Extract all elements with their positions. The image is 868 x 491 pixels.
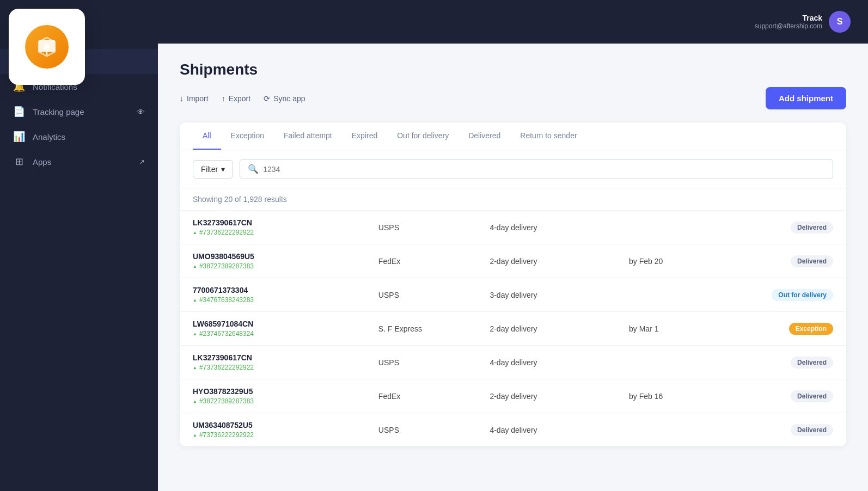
tracking-number: LK327390617CN: [193, 218, 378, 227]
sidebar-item-label: Tracking page: [33, 107, 84, 116]
tracking-id: #38727389287383: [193, 397, 378, 405]
sync-app-button[interactable]: ⟳ Sync app: [264, 94, 305, 103]
import-icon: ↓: [180, 94, 184, 103]
sync-icon: ⟳: [264, 94, 270, 103]
delivery-time: 2-day delivery: [490, 257, 629, 266]
delivery-time: 2-day delivery: [490, 392, 629, 401]
tracking-number: HYO38782329U5: [193, 387, 378, 396]
delivery-time: 3-day delivery: [490, 291, 629, 299]
content-area: Shipments ↓ Import ↑ Export ⟳ Sync app A…: [158, 44, 868, 491]
status-badge: Exception: [789, 323, 833, 335]
tracking-id: #34767638243283: [193, 296, 378, 304]
tab-out-for-delivery[interactable]: Out for delivery: [387, 122, 459, 150]
sidebar-nav: 📦 Shipments 🔔 Notifications 📄 Tracking p…: [0, 44, 158, 491]
table-row[interactable]: HYO38782329U5 #38727389287383 FedEx 2-da…: [180, 379, 846, 413]
avatar: S: [829, 11, 851, 33]
table-row[interactable]: 7700671373304 #34767638243283 USPS 3-day…: [180, 278, 846, 312]
search-box: 🔍: [240, 159, 833, 179]
import-label: Import: [187, 94, 209, 103]
tracking-number: LK327390617CN: [193, 353, 378, 362]
carrier: USPS: [378, 426, 490, 434]
shipments-table: LK327390617CN #73736222292922 USPS 4-day…: [180, 211, 846, 446]
status-badge: Delivered: [791, 255, 833, 267]
status-badge: Delivered: [791, 424, 833, 436]
status-badge-cell: Delivered: [741, 390, 833, 402]
tracking-number: UMO93804569U5: [193, 252, 378, 261]
tracking-info: HYO38782329U5 #38727389287383: [193, 387, 378, 405]
table-row[interactable]: LW685971084CN #23746732648324 S. F Expre…: [180, 312, 846, 346]
tab-exception[interactable]: Exception: [221, 122, 274, 150]
user-email: support@aftership.com: [755, 22, 822, 30]
logo-card: [9, 9, 85, 85]
tracking-number: UM363408752U5: [193, 421, 378, 429]
status-badge-cell: Delivered: [741, 222, 833, 234]
status-badge: Delivered: [791, 222, 833, 234]
tab-return-to-sender[interactable]: Return to sender: [510, 122, 586, 150]
action-links: ↓ Import ↑ Export ⟳ Sync app: [180, 94, 305, 103]
apps-external-icon: ↗: [139, 158, 145, 166]
logo-icon: [25, 25, 69, 69]
delivery-time: 2-day delivery: [490, 324, 629, 333]
sidebar-item-apps[interactable]: ⊞ Apps ↗: [0, 149, 158, 174]
table-row[interactable]: LK327390617CN #73736222292922 USPS 4-day…: [180, 346, 846, 379]
add-shipment-button[interactable]: Add shipment: [766, 87, 846, 109]
carrier: FedEx: [378, 392, 490, 401]
export-button[interactable]: ↑ Export: [222, 94, 250, 103]
tracking-info: LK327390617CN #73736222292922: [193, 353, 378, 371]
svg-point-2: [44, 44, 50, 50]
tracking-number: LW685971084CN: [193, 320, 378, 328]
tracking-info: 7700671373304 #34767638243283: [193, 286, 378, 304]
tabs-bar: All Exception Failed attempt Expired Out…: [180, 122, 846, 150]
sidebar-item-tracking-page[interactable]: 📄 Tracking page 👁: [0, 99, 158, 124]
status-badge-cell: Exception: [741, 323, 833, 335]
search-input[interactable]: [263, 165, 825, 174]
tracking-id: #73736222292922: [193, 431, 378, 439]
sync-label: Sync app: [273, 94, 305, 103]
tracking-id: #73736222292922: [193, 364, 378, 371]
filter-label: Filter: [201, 165, 218, 174]
carrier: S. F Express: [378, 324, 490, 333]
tracking-info: UMO93804569U5 #38727389287383: [193, 252, 378, 270]
delivery-time: 4-day delivery: [490, 223, 629, 232]
user-details: Track support@aftership.com: [755, 14, 822, 30]
action-bar: ↓ Import ↑ Export ⟳ Sync app Add shipmen…: [180, 87, 846, 109]
status-badge: Out for delivery: [772, 289, 833, 301]
export-label: Export: [229, 94, 250, 103]
shipments-card: All Exception Failed attempt Expired Out…: [180, 122, 846, 446]
tab-failed-attempt[interactable]: Failed attempt: [274, 122, 342, 150]
external-link-icon: 👁: [137, 107, 145, 116]
topbar: Track support@aftership.com S: [158, 0, 868, 44]
chevron-down-icon: ▾: [221, 165, 225, 174]
user-info[interactable]: Track support@aftership.com S: [755, 11, 851, 33]
carrier: USPS: [378, 291, 490, 299]
tracking-id: #23746732648324: [193, 330, 378, 337]
search-icon: 🔍: [248, 164, 259, 174]
main-area: Track support@aftership.com S Shipments …: [158, 0, 868, 491]
filter-button[interactable]: Filter ▾: [193, 160, 233, 179]
delivery-time: 4-day delivery: [490, 426, 629, 434]
tracking-number: 7700671373304: [193, 286, 378, 294]
import-button[interactable]: ↓ Import: [180, 94, 209, 103]
carrier: FedEx: [378, 257, 490, 266]
status-badge: Delivered: [791, 357, 833, 369]
page-title: Shipments: [180, 61, 846, 78]
status-badge-cell: Delivered: [741, 357, 833, 369]
results-count: Showing 20 of 1,928 results: [180, 188, 846, 211]
status-badge-cell: Out for delivery: [741, 289, 833, 301]
tab-all[interactable]: All: [193, 122, 221, 150]
tracking-page-icon: 📄: [13, 106, 25, 118]
table-row[interactable]: UMO93804569U5 #38727389287383 FedEx 2-da…: [180, 244, 846, 278]
table-row[interactable]: LK327390617CN #73736222292922 USPS 4-day…: [180, 211, 846, 244]
delivery-by: by Feb 16: [629, 392, 741, 401]
apps-icon: ⊞: [13, 156, 25, 168]
delivery-time: 4-day delivery: [490, 358, 629, 367]
status-badge-cell: Delivered: [741, 424, 833, 436]
sidebar-item-analytics[interactable]: 📊 Analytics: [0, 124, 158, 149]
table-row[interactable]: UM363408752U5 #73736222292922 USPS 4-day…: [180, 413, 846, 446]
tracking-info: LK327390617CN #73736222292922: [193, 218, 378, 236]
tracking-info: UM363408752U5 #73736222292922: [193, 421, 378, 439]
analytics-icon: 📊: [13, 131, 25, 143]
tab-delivered[interactable]: Delivered: [459, 122, 510, 150]
tab-expired[interactable]: Expired: [342, 122, 387, 150]
delivery-by: by Feb 20: [629, 257, 741, 266]
